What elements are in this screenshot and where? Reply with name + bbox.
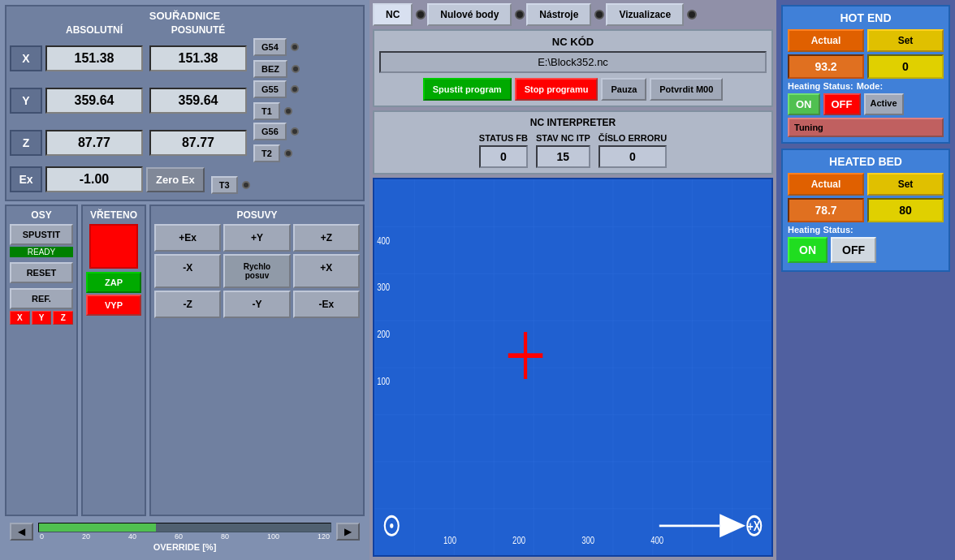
coord-label-z: Z [10,130,42,156]
vreteno-title: VŘETENO [86,209,141,221]
hb-heating-status-label: Heating Status: [788,225,853,235]
hb-onoff-row: ON OFF [788,237,944,263]
he-tuning-button[interactable]: Tuning [788,118,944,137]
g54-button[interactable]: G54 [253,38,287,56]
posuvy-section: POSUVY +Ex +Y +Z -X Rychlo posuv +X -Z -… [149,205,365,516]
he-actual-value: 93.2 [788,54,864,79]
override-ticks: 0 20 40 60 80 100 120 [38,532,331,541]
plus-z-button[interactable]: +Z [293,224,360,252]
osy-title: OSY [10,209,73,221]
coord-pos-z: 87.77 [149,130,247,156]
tab-nc[interactable]: NC [373,3,413,26]
zap-button[interactable]: ZAP [86,272,141,293]
override-left-arrow[interactable]: ◀ [10,523,33,541]
coord-row-ex: Ex -1.00 Zero Ex T3 [10,165,360,194]
vreteno-section: VŘETENO ZAP VYP [81,205,146,516]
posuvy-grid: +Ex +Y +Z -X Rychlo posuv +X -Z -Y -Ex [154,224,360,318]
vyp-button[interactable]: VYP [86,295,141,316]
heated-bed-title: HEATED BED [788,155,944,168]
tab-nastroje-dot [594,10,604,19]
y-axis-button[interactable]: Y [32,311,52,325]
interp-col-2: ČÍSLO ERRORU 0 [598,133,667,168]
nc-path: E:\Block352.nc [379,51,767,73]
he-active-button[interactable]: Active [864,93,904,115]
tab-nulove-body[interactable]: Nulové body [427,3,512,26]
g56-button[interactable]: G56 [253,123,287,140]
t3-button[interactable]: T3 [211,176,238,194]
ref-button[interactable]: REF. [10,288,73,309]
confirm-button[interactable]: Potvrdit M00 [650,78,723,101]
coord-title: SOUŘADNICE [10,10,360,22]
coord-abs-ex: -1.00 [45,166,143,192]
heated-bed-section: HEATED BED Actual Set 78.7 80 Heating St… [781,149,950,272]
svg-text:400: 400 [650,534,663,545]
run-button[interactable]: Spustit program [423,78,512,101]
t2-button[interactable]: T2 [253,144,280,162]
he-on-button[interactable]: ON [788,93,820,115]
coord-section: SOUŘADNICE ABSOLUTNÍ POSUNUTÉ X 151.38 1… [5,5,365,201]
he-actual-button[interactable]: Actual [788,29,864,52]
plus-y-button[interactable]: +Y [223,224,290,252]
ready-badge: READY [10,247,73,257]
minus-x-button[interactable]: -X [154,254,221,288]
he-off-button[interactable]: OFF [823,93,861,115]
tab-nastroje[interactable]: Nástroje [526,3,591,26]
nc-interp-grid: STATUS FB 0 STAV NC ITP 15 ČÍSLO ERRORU … [379,133,767,168]
coord-row-z: Z 87.77 87.77 G56 T2 [10,123,360,162]
hot-end-title: HOT END [788,11,944,24]
bez-button[interactable]: BEZ [253,60,287,78]
plus-x-button[interactable]: +X [293,254,360,288]
t3-radio[interactable] [242,181,250,189]
hb-values-row: 78.7 80 [788,198,944,222]
rychlo-posuv-button[interactable]: Rychlo posuv [223,254,290,288]
svg-rect-1 [374,179,771,555]
plus-ex-button[interactable]: +Ex [154,224,221,252]
svg-text:200: 200 [377,329,390,340]
g55-radio[interactable] [291,85,299,93]
he-values-row: 93.2 0 [788,54,944,79]
override-right-arrow[interactable]: ▶ [336,523,360,541]
x-axis-button[interactable]: X [10,311,30,325]
hb-actual-value: 78.7 [788,198,864,222]
override-label: OVERRIDE [%] [10,542,360,552]
g54-radio[interactable] [291,43,299,51]
bottom-row: OSY SPUSTIT READY RESET REF. X Y Z VŘETE… [5,205,365,516]
coord-label-y: Y [10,88,42,114]
bez-radio[interactable] [292,65,300,73]
override-section: ◀ 0 20 40 60 80 100 120 ▶ [5,519,365,555]
z-axis-button[interactable]: Z [53,311,73,325]
t1-radio[interactable] [284,107,292,115]
svg-text:100: 100 [443,534,456,545]
minus-z-button[interactable]: -Z [154,291,221,318]
g56-radio[interactable] [291,127,299,136]
he-onoff-row: ON OFF Active [788,93,944,115]
reset-button[interactable]: RESET [10,262,73,283]
he-set-button[interactable]: Set [867,29,944,52]
spustit-button[interactable]: SPUSTIT [10,224,73,245]
zero-ex-button[interactable]: Zero Ex [146,167,205,192]
hb-actual-button[interactable]: Actual [788,173,864,196]
coord-pos-y: 359.64 [149,88,247,114]
he-set-value: 0 [867,54,944,79]
hb-set-button[interactable]: Set [867,173,944,196]
g55-button[interactable]: G55 [253,80,287,98]
hb-off-button[interactable]: OFF [831,237,876,263]
viz-section: +Y +Z +X [373,178,773,557]
minus-y-button[interactable]: -Y [223,291,290,318]
coord-pos-x: 151.38 [149,45,247,71]
svg-text:100: 100 [377,376,390,387]
interp-col-0: STATUS FB 0 [479,133,528,168]
t1-button[interactable]: T1 [253,102,280,120]
hb-set-value: 80 [867,198,944,222]
he-status-row: Heating Status: Mode: [788,81,944,91]
tab-vizualizace[interactable]: Vizualizace [606,3,684,26]
pause-button[interactable]: Pauza [601,78,646,101]
t2-radio[interactable] [284,149,292,157]
hb-on-button[interactable]: ON [788,237,828,263]
stop-button[interactable]: Stop programu [515,78,598,101]
nc-section: NC KÓD E:\Block352.nc Spustit program St… [373,29,773,107]
he-actual-set-row: Actual Set [788,29,944,52]
tabs-row: NC Nulové body Nástroje Vizualizace [373,3,773,26]
svg-text:200: 200 [512,534,525,545]
minus-ex-button[interactable]: -Ex [293,291,360,318]
